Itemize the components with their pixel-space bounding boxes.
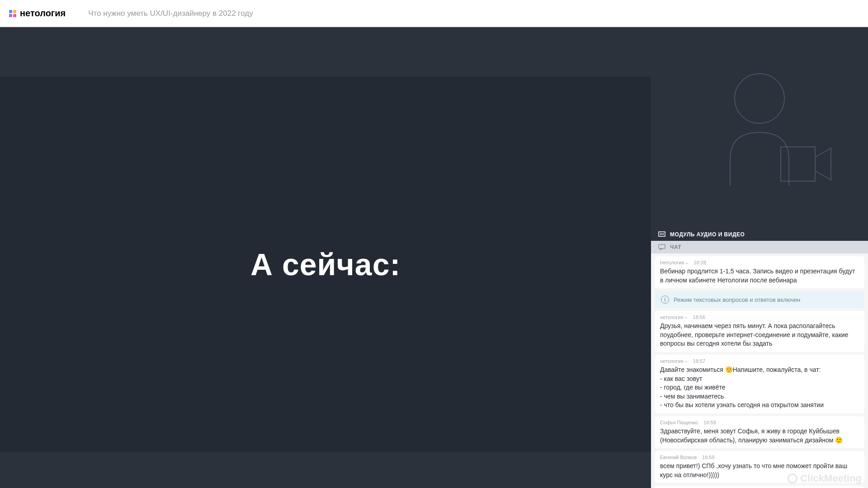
chat-notice-text: Режим текстовых вопросов и ответов включ… [674, 296, 800, 303]
chat-messages[interactable]: Нетология – 18:28 Вебинар продлится 1-1,… [651, 253, 868, 488]
chat-text: Давайте знакомиться 🙂Напишите, пожалуйст… [660, 366, 859, 410]
presentation-icon [658, 231, 665, 238]
chat-header[interactable]: ЧАТ [651, 241, 868, 253]
chat-message: Нетология – 18:28 Вебинар продлится 1-1,… [655, 256, 864, 288]
chat-message: нетология – 18:59 Софья, Евгений, спасиб… [655, 486, 864, 488]
chat-time: 18:59 [702, 455, 715, 460]
svg-rect-3 [659, 244, 665, 249]
chat-notice: i Режим текстовых вопросов и ответов вкл… [655, 291, 864, 308]
presentation-area: А сейчас: [0, 27, 651, 488]
chat-message: нетология – 18:56 Друзья, начинаем через… [655, 311, 864, 352]
sidebar: МОДУЛЬ АУДИО И ВИДЕО ЧАТ Нетология – 18:… [651, 27, 868, 488]
chat-text: Друзья, начинаем через пять минут. А пок… [660, 322, 859, 348]
video-area [651, 27, 868, 228]
chat-label: ЧАТ [670, 244, 681, 250]
presentation-content: А сейчас: [0, 77, 651, 452]
presenter-avatar-placeholder [719, 69, 800, 187]
logo-text: нетология [20, 8, 66, 19]
info-icon: i [661, 296, 669, 304]
chat-text: Здравствуйте, меня зовут Софья, я живу в… [660, 427, 859, 445]
slide-text: А сейчас: [250, 247, 401, 282]
chat-time: 18:28 [693, 260, 706, 265]
chat-time: 18:59 [703, 420, 716, 425]
camera-icon [780, 146, 832, 182]
chat-author: нетология – [660, 314, 688, 320]
logo-icon [9, 10, 16, 17]
logo[interactable]: нетология [9, 8, 66, 19]
chat-author: Нетология – [660, 260, 688, 265]
presentation-top-bar [0, 27, 651, 77]
module-label: МОДУЛЬ АУДИО И ВИДЕО [670, 231, 745, 238]
chat-text: всем привет!) СПб ,хочу узнать то что мн… [660, 462, 859, 479]
svg-point-0 [735, 74, 784, 123]
chat-author: нетология – [660, 358, 688, 364]
chat-icon [658, 244, 665, 250]
chat-time: 18:57 [693, 358, 706, 364]
chat-message: Евгений Волков 18:59 всем привет!) СПб ,… [655, 451, 864, 483]
chat-message: нетология – 18:57 Давайте знакомиться 🙂Н… [655, 355, 864, 413]
module-audio-video-bar[interactable]: МОДУЛЬ АУДИО И ВИДЕО [651, 228, 868, 241]
chat-time: 18:56 [693, 314, 706, 320]
chat-author: Софья Пащенко [660, 420, 698, 425]
svg-rect-1 [781, 147, 815, 181]
page-title: Что нужно уметь UX/UI-дизайнеру в 2022 г… [88, 9, 253, 18]
chat-message: Софья Пащенко 18:59 Здравствуйте, меня з… [655, 416, 864, 448]
chat-text: Вебинар продлится 1-1,5 часа. Запись вид… [660, 267, 859, 285]
main-layout: А сейчас: МОДУЛЬ АУДИО И ВИДЕО [0, 27, 868, 488]
header: нетология Что нужно уметь UX/UI-дизайнер… [0, 0, 868, 27]
chat-author: Евгений Волков [660, 455, 697, 460]
presentation-bottom-bar [0, 452, 651, 488]
